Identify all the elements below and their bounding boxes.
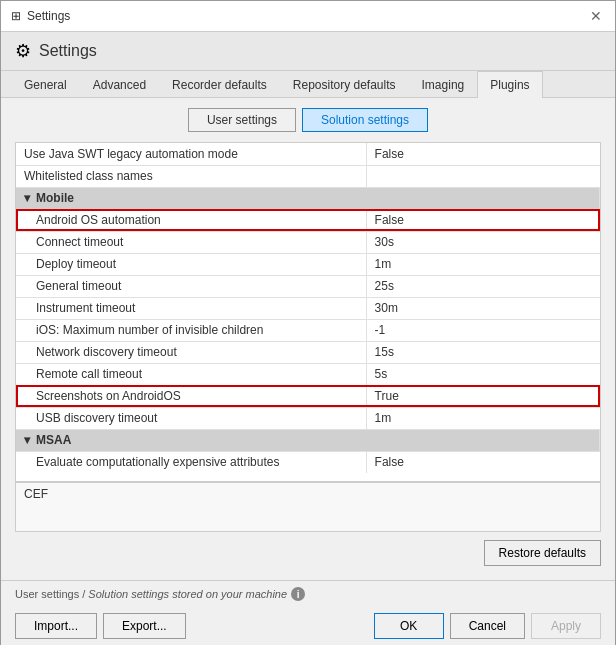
section-mobile: ▾Mobile [16,187,600,209]
row-key: Instrument timeout [16,297,366,319]
footer-right-buttons: OK Cancel Apply [374,613,601,639]
header-title: Settings [39,42,97,60]
tab-advanced[interactable]: Advanced [80,71,159,98]
restore-defaults-button[interactable]: Restore defaults [484,540,601,566]
table-row-android-automation[interactable]: Android OS automation False [16,209,600,231]
user-settings-button[interactable]: User settings [188,108,296,132]
table-row[interactable]: Deploy timeout 1m [16,253,600,275]
window-title: Settings [27,9,70,23]
bottom-actions: Restore defaults [15,540,601,566]
tab-plugins[interactable]: Plugins [477,71,542,98]
cef-section: CEF [15,482,601,532]
footer-left-buttons: Import... Export... [15,613,186,639]
row-key: Whitelisted class names [16,165,366,187]
section-msaa: ▾MSAA [16,429,600,451]
row-value: 30s [366,231,599,253]
settings-window: ⊞ Settings ✕ ⚙ Settings General Advanced… [0,0,616,645]
row-key: iOS: Maximum number of invisible childre… [16,319,366,341]
footer-buttons: Import... Export... OK Cancel Apply [1,605,615,645]
section-label: ▾Mobile [16,187,600,209]
table-row[interactable]: iOS: Maximum number of invisible childre… [16,319,600,341]
table-row-screenshots-android[interactable]: Screenshots on AndroidOS True [16,385,600,407]
row-key: Screenshots on AndroidOS [16,385,366,407]
table-row[interactable]: General timeout 25s [16,275,600,297]
row-key: General timeout [16,275,366,297]
tab-imaging[interactable]: Imaging [409,71,478,98]
table-row[interactable]: Instrument timeout 30m [16,297,600,319]
content-area: User settings Solution settings Use Java… [1,98,615,580]
footer-info: User settings / Solution settings stored… [1,580,615,605]
row-value: False [366,143,599,165]
row-value: 5s [366,363,599,385]
settings-type-buttons: User settings Solution settings [15,108,601,132]
import-button[interactable]: Import... [15,613,97,639]
info-icon: i [291,587,305,601]
tab-recorder-defaults[interactable]: Recorder defaults [159,71,280,98]
row-value: 1m [366,253,599,275]
table-row[interactable]: Evaluate computationally expensive attri… [16,451,600,473]
section-label: ▾MSAA [16,429,600,451]
table-row[interactable]: USB discovery timeout 1m [16,407,600,429]
tabs-bar: General Advanced Recorder defaults Repos… [1,71,615,98]
row-value: 25s [366,275,599,297]
row-key: Remote call timeout [16,363,366,385]
table-row[interactable]: Whitelisted class names [16,165,600,187]
row-key: Use Java SWT legacy automation mode [16,143,366,165]
table-row[interactable]: Use Java SWT legacy automation mode Fals… [16,143,600,165]
settings-table: Use Java SWT legacy automation mode Fals… [16,143,600,473]
collapse-icon[interactable]: ▾ [24,191,30,205]
row-value: True [366,385,599,407]
ok-button[interactable]: OK [374,613,444,639]
table-row[interactable]: Remote call timeout 5s [16,363,600,385]
row-key: Network discovery timeout [16,341,366,363]
footer-text: User settings / Solution settings stored… [15,588,287,600]
settings-table-container: Use Java SWT legacy automation mode Fals… [15,142,601,482]
apply-button[interactable]: Apply [531,613,601,639]
row-key: USB discovery timeout [16,407,366,429]
export-button[interactable]: Export... [103,613,186,639]
row-value: 1m [366,407,599,429]
header: ⚙ Settings [1,32,615,71]
row-key: Connect timeout [16,231,366,253]
table-row[interactable]: Network discovery timeout 15s [16,341,600,363]
collapse-icon[interactable]: ▾ [24,433,30,447]
row-value: 30m [366,297,599,319]
table-row[interactable]: Connect timeout 30s [16,231,600,253]
row-value: -1 [366,319,599,341]
settings-icon: ⚙ [15,40,31,62]
window-icon: ⊞ [11,9,21,23]
title-bar: ⊞ Settings ✕ [1,1,615,32]
row-value: False [366,209,599,231]
cef-label: CEF [24,487,48,501]
row-key: Android OS automation [16,209,366,231]
tab-general[interactable]: General [11,71,80,98]
tab-repository-defaults[interactable]: Repository defaults [280,71,409,98]
row-value: False [366,451,599,473]
row-key: Evaluate computationally expensive attri… [16,451,366,473]
solution-settings-button[interactable]: Solution settings [302,108,428,132]
close-button[interactable]: ✕ [587,7,605,25]
row-key: Deploy timeout [16,253,366,275]
row-value [366,165,599,187]
row-value: 15s [366,341,599,363]
cancel-button[interactable]: Cancel [450,613,525,639]
title-bar-left: ⊞ Settings [11,9,70,23]
